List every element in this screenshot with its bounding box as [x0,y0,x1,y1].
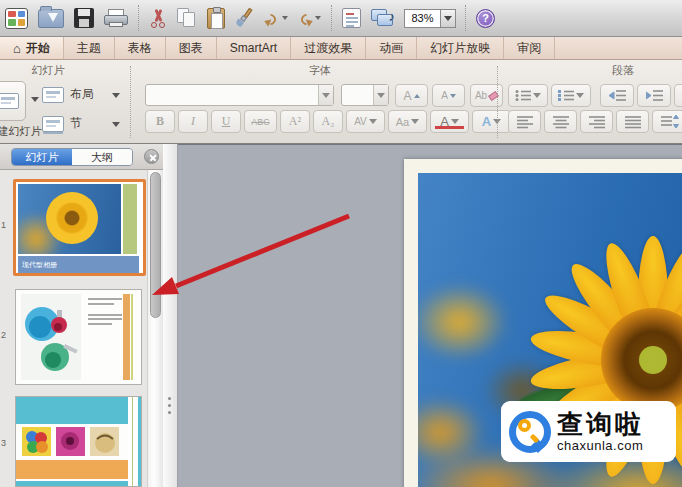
new-presentation-gallery-button[interactable] [0,3,33,33]
format-painter-button[interactable] [230,3,260,33]
ribbon-home: 幻灯片 新建幻灯片 布局 节 字体 A A Ab B I U [0,60,682,144]
cut-button[interactable] [144,3,172,33]
zoom-dropdown-button[interactable] [440,9,456,28]
tab-home[interactable]: ⌂开始 [0,37,64,59]
increase-indent-button[interactable] [637,84,671,107]
pane-splitter[interactable] [163,144,178,487]
tab-transitions[interactable]: 过渡效果 [291,37,366,59]
slide-thumbnail-2[interactable] [15,289,142,385]
thumbnail-text-placeholder [88,298,124,327]
form-icon [342,8,361,28]
chevron-down-icon [377,93,385,98]
copy-button[interactable] [172,3,202,33]
text-direction-button[interactable] [674,84,682,107]
pane-tab-outline[interactable]: 大纲 [72,149,132,165]
chaxunla-logo-icon [509,411,551,453]
splitter-handle[interactable] [168,397,171,418]
subscript-button[interactable]: A₂ [313,110,343,133]
undo-dropdown-caret[interactable] [282,16,288,20]
decrease-indent-button[interactable] [600,84,634,107]
font-size-combo[interactable] [341,84,389,106]
redo-dropdown-caret[interactable] [315,16,321,20]
thumbnail-balls-photo [22,427,51,456]
grow-font-button[interactable]: A [395,84,428,107]
thumbnail-teal-band [16,481,128,487]
layout-dropdown-caret[interactable] [112,93,120,98]
paste-button[interactable] [202,3,230,33]
close-pane-button[interactable] [144,149,159,164]
tab-themes[interactable]: 主题 [64,37,115,59]
layout-button[interactable]: 布局 [42,86,94,103]
gallery-icon [5,8,28,29]
strikethrough-button[interactable]: ABC [244,110,277,133]
chevron-down-icon [576,93,584,98]
scissors-icon [149,8,167,28]
clipboard-icon [207,8,225,29]
ribbon-group-separator [497,66,498,138]
align-center-button[interactable] [544,110,577,133]
font-name-value[interactable] [146,85,318,105]
slide-thumbnail-1-selected[interactable]: 现代型相册 [13,179,146,276]
help-icon: ? [476,9,495,28]
line-spacing-button[interactable] [652,110,682,133]
tab-tables[interactable]: 表格 [115,37,166,59]
new-slide-dropdown-caret[interactable] [31,97,39,102]
undo-button[interactable] [260,3,293,33]
underline-button[interactable]: U [211,110,241,133]
scrollbar-thumb[interactable] [150,172,161,318]
superscript-button[interactable]: A² [280,110,310,133]
home-icon: ⌂ [13,42,21,55]
watermark-title: 查询啦 [557,411,644,437]
numbering-button[interactable] [551,84,591,107]
copy-icon [177,8,197,28]
bold-button[interactable]: B [145,110,175,133]
tab-slideshow[interactable]: 幻灯片放映 [417,37,504,59]
tab-charts[interactable]: 图表 [166,37,217,59]
bullets-button[interactable] [508,84,548,107]
show-toolbox-button[interactable] [337,3,366,33]
character-spacing-button[interactable]: AV [346,110,385,133]
open-folder-icon [38,9,64,28]
section-dropdown-caret[interactable] [112,122,120,127]
new-slide-icon [0,93,19,109]
zoom-value-input[interactable]: 83% [404,9,440,28]
text-effects-button[interactable]: A [472,110,511,133]
open-button[interactable] [33,3,69,33]
save-floppy-icon [74,8,94,28]
thumbnail-scrollbar[interactable] [147,170,163,487]
standard-toolbar: ♪ 83% ? [0,0,682,37]
save-button[interactable] [69,3,99,33]
font-name-dropdown[interactable] [318,85,333,105]
chevron-down-icon [411,119,419,124]
watermark: 查询啦 chaxunla.com [501,401,676,462]
chevron-down-icon [369,119,377,124]
font-size-dropdown[interactable] [373,85,388,105]
print-button[interactable] [99,3,133,33]
tab-animations[interactable]: 动画 [366,37,417,59]
new-slide-button[interactable] [0,81,26,121]
tab-smartart[interactable]: SmartArt [217,37,291,59]
pane-tab-slides[interactable]: 幻灯片 [12,149,72,165]
align-right-button[interactable] [580,110,613,133]
media-browser-button[interactable]: ♪ [366,3,400,33]
toolbar-separator [331,5,332,31]
change-case-button[interactable]: Aa [388,110,427,133]
font-name-combo[interactable] [145,84,334,106]
justify-button[interactable] [616,110,649,133]
slide-thumbnail-3[interactable] [15,396,142,487]
section-button[interactable]: 节 [42,115,82,132]
paragraph-group-label: 段落 [593,63,653,78]
font-color-button[interactable]: A [430,110,469,133]
tab-review[interactable]: 审阅 [504,37,555,59]
shrink-font-button[interactable]: A [432,84,465,107]
watermark-domain: chaxunla.com [557,439,644,452]
pane-tab-switcher: 幻灯片 大纲 [11,148,133,166]
up-arrow-icon [414,94,420,98]
italic-button[interactable]: I [178,110,208,133]
redo-button[interactable] [293,3,326,33]
help-button[interactable]: ? [471,3,500,33]
bullet-list-icon [515,89,531,102]
font-size-value[interactable] [342,85,373,105]
clear-formatting-button[interactable]: Ab [470,84,503,107]
align-left-button[interactable] [508,110,541,133]
